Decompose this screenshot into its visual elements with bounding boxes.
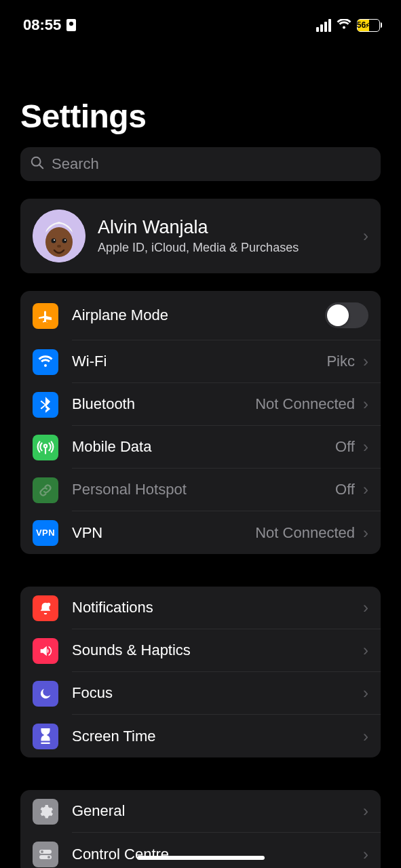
chevron-right-icon: › bbox=[363, 845, 368, 864]
profile-section: Alvin Wanjala Apple ID, iCloud, Media & … bbox=[20, 199, 381, 273]
profile-text: Alvin Wanjala Apple ID, iCloud, Media & … bbox=[98, 217, 351, 255]
status-time: 08:55 bbox=[23, 16, 61, 34]
search-icon bbox=[30, 155, 45, 173]
bluetooth-value: Not Connected bbox=[255, 395, 355, 413]
search-placeholder: Search bbox=[52, 155, 99, 173]
hotspot-value: Off bbox=[335, 481, 355, 498]
bluetooth-row[interactable]: Bluetooth Not Connected › bbox=[20, 383, 381, 426]
hotspot-label: Personal Hotspot bbox=[72, 481, 327, 498]
battery-icon: 56 ⚡︎ bbox=[357, 19, 383, 32]
home-indicator[interactable] bbox=[137, 856, 265, 860]
airplane-toggle[interactable] bbox=[325, 302, 368, 328]
airplane-label: Airplane Mode bbox=[72, 307, 317, 324]
chevron-right-icon: › bbox=[363, 727, 368, 746]
status-left: 08:55 bbox=[23, 16, 76, 34]
chevron-right-icon: › bbox=[363, 802, 368, 821]
status-bar: 08:55 56 ⚡︎ bbox=[0, 0, 401, 38]
mobile-data-row[interactable]: Mobile Data Off › bbox=[20, 426, 381, 469]
svg-point-5 bbox=[62, 239, 67, 243]
alerts-section: Notifications › Sounds & Haptics › Focus… bbox=[20, 587, 381, 757]
chevron-right-icon: › bbox=[363, 598, 368, 617]
profile-subtitle: Apple ID, iCloud, Media & Purchases bbox=[98, 241, 351, 255]
profile-name: Alvin Wanjala bbox=[98, 217, 351, 238]
general-row[interactable]: General › bbox=[20, 790, 381, 833]
svg-point-13 bbox=[47, 856, 50, 859]
sounds-row[interactable]: Sounds & Haptics › bbox=[20, 629, 381, 672]
airplane-icon bbox=[33, 303, 58, 329]
battery-percent: 56 bbox=[357, 20, 366, 30]
mobile-label: Mobile Data bbox=[72, 438, 327, 456]
chevron-right-icon: › bbox=[363, 395, 368, 414]
status-right: 56 ⚡︎ bbox=[316, 16, 383, 34]
wifi-settings-icon bbox=[33, 349, 58, 375]
avatar bbox=[33, 210, 85, 262]
bluetooth-label: Bluetooth bbox=[72, 395, 247, 413]
vpn-label: VPN bbox=[72, 524, 247, 542]
speaker-icon bbox=[33, 638, 58, 664]
cellular-signal-icon bbox=[316, 19, 331, 32]
vpn-value: Not Connected bbox=[255, 524, 355, 542]
focus-row[interactable]: Focus › bbox=[20, 672, 381, 715]
gear-icon bbox=[33, 799, 58, 825]
svg-point-6 bbox=[54, 239, 55, 241]
chevron-right-icon: › bbox=[363, 524, 368, 542]
moon-icon bbox=[33, 681, 58, 707]
antenna-icon bbox=[33, 435, 58, 460]
general-label: General bbox=[72, 802, 355, 820]
chevron-right-icon: › bbox=[363, 437, 368, 456]
connectivity-section: Airplane Mode Wi-Fi Pikc › Bluetooth Not… bbox=[20, 291, 381, 554]
portrait-lock-icon bbox=[66, 19, 76, 31]
chevron-right-icon: › bbox=[363, 480, 368, 499]
battery-fill: 56 ⚡︎ bbox=[358, 20, 370, 31]
search-input[interactable]: Search bbox=[20, 147, 381, 181]
battery-charging-icon: ⚡︎ bbox=[365, 22, 370, 29]
hourglass-icon bbox=[33, 724, 58, 749]
svg-point-11 bbox=[41, 850, 43, 853]
svg-line-1 bbox=[39, 165, 43, 168]
page-title: Settings bbox=[0, 38, 401, 147]
mobile-value: Off bbox=[335, 438, 355, 456]
chevron-right-icon: › bbox=[363, 641, 368, 660]
wifi-label: Wi-Fi bbox=[72, 353, 318, 370]
control-centre-row[interactable]: Control Centre › bbox=[20, 833, 381, 868]
vpn-row[interactable]: VPN VPN Not Connected › bbox=[20, 511, 381, 554]
bell-icon bbox=[33, 595, 58, 621]
airplane-mode-row: Airplane Mode bbox=[20, 291, 381, 340]
wifi-icon bbox=[337, 16, 351, 34]
svg-point-9 bbox=[47, 602, 51, 606]
notifications-row[interactable]: Notifications › bbox=[20, 587, 381, 629]
chevron-right-icon: › bbox=[363, 226, 368, 245]
hotspot-row[interactable]: Personal Hotspot Off › bbox=[20, 469, 381, 511]
wifi-row[interactable]: Wi-Fi Pikc › bbox=[20, 340, 381, 383]
link-icon bbox=[33, 477, 58, 503]
svg-point-8 bbox=[57, 245, 61, 248]
chevron-right-icon: › bbox=[363, 352, 368, 371]
focus-label: Focus bbox=[72, 684, 355, 702]
vpn-icon: VPN bbox=[33, 520, 58, 546]
notifications-label: Notifications bbox=[72, 599, 355, 616]
profile-row[interactable]: Alvin Wanjala Apple ID, iCloud, Media & … bbox=[20, 199, 381, 273]
screentime-label: Screen Time bbox=[72, 728, 355, 745]
chevron-right-icon: › bbox=[363, 684, 368, 703]
control-label: Control Centre bbox=[72, 846, 355, 863]
wifi-value: Pikc bbox=[326, 353, 355, 370]
screentime-row[interactable]: Screen Time › bbox=[20, 715, 381, 757]
svg-point-7 bbox=[64, 239, 66, 241]
svg-point-4 bbox=[52, 239, 56, 243]
bluetooth-icon bbox=[33, 392, 58, 418]
toggles-icon bbox=[33, 842, 58, 867]
sounds-label: Sounds & Haptics bbox=[72, 642, 355, 659]
